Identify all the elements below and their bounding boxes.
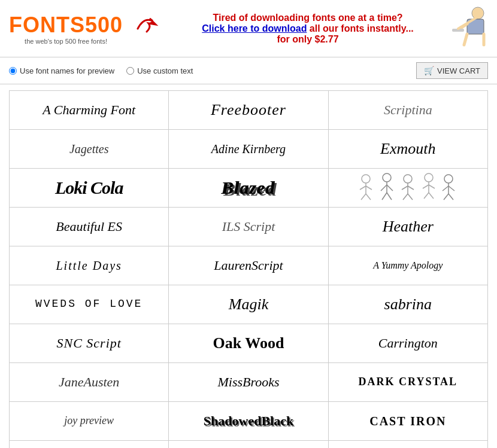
svg-line-26 bbox=[408, 194, 413, 200]
svg-line-18 bbox=[387, 185, 393, 191]
font-cell-ilsscript[interactable]: ILS Script bbox=[169, 208, 328, 246]
font-preview: Adine Kirnberg bbox=[211, 142, 286, 156]
svg-point-9 bbox=[362, 175, 370, 183]
svg-line-38 bbox=[448, 194, 453, 200]
font-cell-charming[interactable]: A Charming Font bbox=[10, 91, 169, 130]
svg-line-19 bbox=[382, 193, 387, 200]
svg-line-30 bbox=[429, 185, 435, 188]
header: FONTS500 the web's top 500 free fonts! T… bbox=[0, 0, 497, 57]
svg-line-24 bbox=[408, 186, 414, 190]
font-cell-yummy[interactable]: A Yummy Apology bbox=[329, 246, 488, 285]
logo-text: FONTS500 bbox=[9, 13, 123, 38]
font-cell-shadowedblack[interactable]: ShadowedBlack bbox=[169, 402, 328, 441]
font-preview: ILS Script bbox=[222, 219, 275, 234]
cart-icon: 🛒 bbox=[424, 66, 434, 75]
font-cell-blackrose[interactable]: Black Rose bbox=[329, 441, 488, 448]
font-cell-exmouth[interactable]: Exmouth bbox=[329, 130, 488, 169]
font-cell-magik[interactable]: Magik bbox=[169, 285, 328, 324]
logo-500: 500 bbox=[85, 13, 123, 37]
logo-subtitle: the web's top 500 free fonts! bbox=[9, 38, 123, 45]
svg-line-37 bbox=[444, 194, 448, 200]
radio-custom-text-input[interactable] bbox=[126, 67, 134, 75]
font-preview: CAST IRON bbox=[369, 414, 446, 428]
view-cart-label: VIEW CART bbox=[437, 66, 480, 75]
font-cell-beautifulES[interactable]: Beautiful ES bbox=[10, 208, 169, 246]
font-preview: MissBrooks bbox=[217, 374, 279, 390]
font-cell-janeausten[interactable]: JaneAusten bbox=[10, 363, 169, 402]
font-preview: A Charming Font bbox=[43, 102, 135, 118]
font-cell-angelina[interactable]: Angelina bbox=[169, 441, 328, 448]
header-ad-area: Tired of downloading fonts one at a time… bbox=[135, 6, 488, 51]
ad-line1: Tired of downloading fonts one at a time… bbox=[213, 13, 403, 23]
ad-arrow-container bbox=[135, 14, 162, 43]
font-preview: SNC Script bbox=[56, 336, 121, 351]
font-cell-people[interactable] bbox=[329, 169, 488, 208]
font-preview: Scriptina bbox=[384, 102, 432, 118]
font-preview: A Yummy Apology bbox=[373, 260, 443, 271]
svg-line-17 bbox=[381, 185, 387, 191]
font-preview: Beautiful ES bbox=[56, 219, 122, 234]
logo[interactable]: FONTS500 the web's top 500 free fonts! bbox=[9, 13, 123, 45]
font-cell-laurenscript[interactable]: LaurenScript bbox=[169, 246, 328, 285]
svg-line-11 bbox=[360, 186, 366, 190]
font-grid-container: A Charming Font Freebooter Scriptina Jag… bbox=[0, 84, 497, 448]
radio-font-names[interactable]: Use font names for preview bbox=[9, 66, 114, 75]
svg-point-27 bbox=[425, 173, 433, 182]
logo-fonts: FONTS bbox=[9, 13, 85, 37]
svg-line-23 bbox=[402, 186, 408, 190]
font-cell-oakwood[interactable]: Oak Wood bbox=[169, 324, 328, 363]
svg-line-12 bbox=[366, 186, 372, 190]
ad-link[interactable]: Click here to download bbox=[202, 23, 307, 33]
ad-content: Tired of downloading fonts one at a time… bbox=[166, 13, 449, 45]
arrow-icon bbox=[135, 14, 162, 41]
view-cart-button[interactable]: 🛒 VIEW CART bbox=[416, 62, 488, 79]
svg-line-13 bbox=[361, 194, 366, 200]
font-preview: DarK CrySTal bbox=[359, 376, 458, 389]
font-preview: Freebooter bbox=[211, 100, 286, 119]
font-cell-joypreview[interactable]: joy preview bbox=[10, 402, 169, 441]
font-cell-sabrina[interactable]: sabrina bbox=[329, 285, 488, 324]
font-cell-carrington[interactable]: Carrington bbox=[329, 324, 488, 363]
ad-line2: all our fonts instantly... bbox=[310, 23, 414, 33]
font-preview: LaurenScript bbox=[214, 258, 283, 273]
font-cell-freebooter[interactable]: Freebooter bbox=[169, 91, 328, 130]
font-cell-jagettes[interactable]: Jagettes bbox=[10, 130, 169, 169]
radio-custom-text-label: Use custom text bbox=[137, 66, 193, 75]
font-cell-scramble[interactable]: S C R A M B L E bbox=[10, 441, 169, 448]
font-preview: Oak Wood bbox=[213, 334, 284, 352]
font-preview: Magik bbox=[229, 295, 268, 313]
font-preview: WVEDS OF LOVE bbox=[35, 298, 143, 311]
font-preview: Blazed bbox=[222, 177, 275, 199]
radio-font-names-label: Use font names for preview bbox=[20, 66, 114, 75]
font-preview: JaneAusten bbox=[59, 374, 119, 390]
radio-font-names-input[interactable] bbox=[9, 67, 17, 75]
font-preview: Carrington bbox=[378, 336, 438, 351]
font-preview: Loki Cola bbox=[55, 177, 123, 199]
font-cell-blazed[interactable]: Blazed bbox=[169, 169, 328, 208]
font-cell-heather[interactable]: Heather bbox=[329, 208, 488, 246]
svg-line-32 bbox=[429, 193, 434, 199]
svg-line-36 bbox=[448, 186, 454, 191]
svg-point-15 bbox=[383, 173, 391, 182]
font-preview: Little Days bbox=[56, 258, 122, 273]
controls-bar: Use font names for preview Use custom te… bbox=[0, 57, 497, 84]
radio-custom-text[interactable]: Use custom text bbox=[126, 66, 193, 75]
svg-point-21 bbox=[404, 175, 412, 183]
svg-line-14 bbox=[366, 194, 371, 200]
svg-line-29 bbox=[423, 185, 429, 188]
font-cell-adine[interactable]: Adine Kirnberg bbox=[169, 130, 328, 169]
svg-line-25 bbox=[403, 194, 408, 200]
font-cell-darkcrystal[interactable]: DarK CrySTal bbox=[329, 363, 488, 402]
font-preview: Jagettes bbox=[69, 142, 109, 156]
font-preview: sabrina bbox=[384, 295, 432, 313]
font-cell-missbrooks[interactable]: MissBrooks bbox=[169, 363, 328, 402]
font-cell-wveds[interactable]: WVEDS OF LOVE bbox=[10, 285, 169, 324]
font-preview: Exmouth bbox=[380, 139, 435, 158]
font-cell-lokicola[interactable]: Loki Cola bbox=[10, 169, 169, 208]
font-cell-scriptina[interactable]: Scriptina bbox=[329, 91, 488, 130]
font-cell-castiron[interactable]: CAST IRON bbox=[329, 402, 488, 441]
person-illustration bbox=[449, 6, 488, 51]
font-cell-sncscript[interactable]: SNC Script bbox=[10, 324, 169, 363]
people-illustration bbox=[354, 173, 462, 203]
font-cell-littledays[interactable]: Little Days bbox=[10, 246, 169, 285]
